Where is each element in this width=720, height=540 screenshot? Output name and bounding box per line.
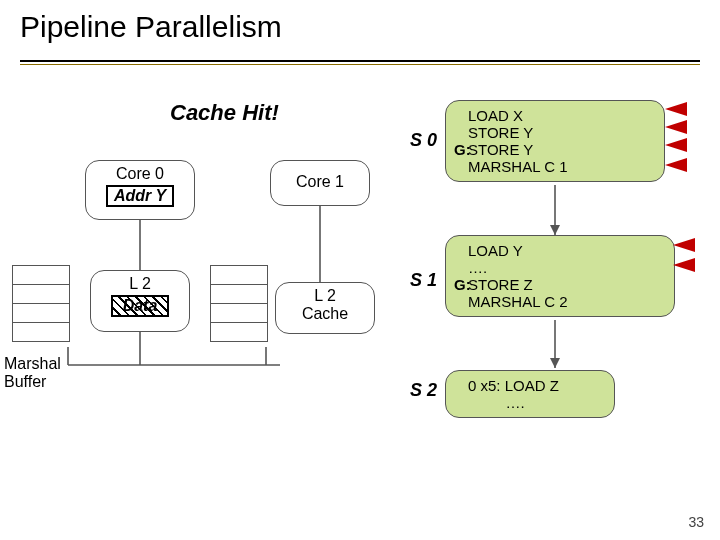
arrow-icon: [673, 238, 695, 252]
stage-1-line-1: LOAD Y: [468, 242, 664, 259]
stage-s1-label: S 1: [410, 270, 437, 291]
core-1-box: Core 1: [270, 160, 370, 206]
stage-1-line-2: ….: [468, 259, 664, 276]
core-0-box: Core 0 Addr Y: [85, 160, 195, 220]
l2-cache-1-line1: L 2: [276, 287, 374, 305]
stage-0-line-1: LOAD X: [468, 107, 654, 124]
stage-1-g: G:: [454, 276, 471, 293]
stage-2-line-1: 0 x5: LOAD Z: [468, 377, 604, 394]
marshal-buffer-label: Marshal Buffer: [4, 355, 61, 391]
marshal-buffer-table-1: [210, 265, 268, 342]
stage-s2-label: S 2: [410, 380, 437, 401]
title-rule-2: [20, 64, 700, 65]
stage-0-line-4: MARSHAL C 1: [468, 158, 654, 175]
title-rule-1: [20, 60, 700, 62]
stage-0-g: G:: [454, 141, 471, 158]
arrow-icon: [665, 120, 687, 134]
slide-title: Pipeline Parallelism: [20, 10, 282, 44]
stage-2-line-2: ….: [468, 394, 604, 411]
stage-0-line-2: STORE Y: [468, 124, 654, 141]
l2-cache-0-box: L 2 Data: [90, 270, 190, 332]
core-0-addr: Addr Y: [106, 185, 174, 207]
core-0-label: Core 0: [86, 165, 194, 183]
stage-1-line-4: MARSHAL C 2: [468, 293, 664, 310]
l2-cache-0-label: L 2: [91, 275, 189, 293]
l2-cache-1-line2: Cache: [276, 305, 374, 323]
cache-hit-label: Cache Hit!: [170, 100, 279, 126]
stage-0-box: LOAD X STORE Y G:STORE Y MARSHAL C 1: [445, 100, 665, 182]
arrow-icon: [673, 258, 695, 272]
arrow-icon: [665, 158, 687, 172]
svg-marker-6: [550, 225, 560, 235]
stage-1-line-3: G:STORE Z: [468, 276, 664, 293]
svg-marker-7: [550, 358, 560, 368]
l2-cache-1-box: L 2 Cache: [275, 282, 375, 334]
page-number: 33: [688, 514, 704, 530]
marshal-buffer-table-0: [12, 265, 70, 342]
stage-s0-label: S 0: [410, 130, 437, 151]
arrow-icon: [665, 102, 687, 116]
l2-cache-0-data: Data: [111, 295, 170, 317]
stage-0-line-3: G:STORE Y: [468, 141, 654, 158]
stage-2-box: 0 x5: LOAD Z ….: [445, 370, 615, 418]
stage-1-box: LOAD Y …. G:STORE Z MARSHAL C 2: [445, 235, 675, 317]
arrow-icon: [665, 138, 687, 152]
